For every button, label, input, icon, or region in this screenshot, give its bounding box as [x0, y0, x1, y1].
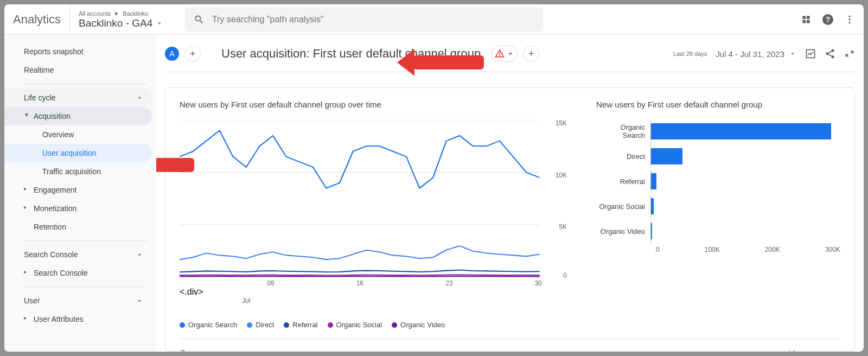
svg-point-8 [848, 22, 850, 23]
search-icon [180, 349, 188, 352]
caret-down-icon: ▼ [24, 112, 29, 118]
user-avatar[interactable]: A [165, 47, 179, 61]
add-comparison-button[interactable]: + [184, 46, 201, 62]
date-range-selector[interactable]: Jul 4 - Jul 31, 2023 [716, 49, 796, 59]
x-tick: 30 [535, 279, 542, 287]
x-tick: 23 [445, 279, 452, 287]
rows-per-page-label: Rows per page: [727, 349, 777, 352]
date-range-value: Jul 4 - Jul 31, 2023 [716, 49, 784, 59]
legend-dot-icon [247, 322, 252, 328]
sidebar-search-console-section[interactable]: Search Console [4, 245, 152, 264]
legend-dot-icon [284, 322, 289, 328]
table-search-input[interactable] [194, 349, 285, 352]
bar-label: Organic Search [596, 123, 650, 139]
caret-right-icon: ▸ [24, 186, 27, 192]
bar-chart-title: New users by First user default channel … [596, 100, 840, 109]
x-month: Jul [180, 297, 564, 304]
chevron-right-icon [113, 10, 120, 17]
annotation-arrow [397, 49, 489, 76]
rows-per-page-select[interactable]: 10 ▼ [784, 348, 808, 352]
more-vert-icon[interactable] [844, 14, 855, 25]
rows-per-page-value: 10 [788, 349, 795, 352]
sidebar-user-acquisition[interactable]: User acquisition [4, 144, 152, 162]
breadcrumb-property: Backlinko [123, 10, 148, 17]
bar-label: Referral [596, 177, 650, 186]
y-tick: 15K [556, 119, 567, 127]
data-quality-warning[interactable] [492, 46, 518, 62]
x-tick: 100K [705, 246, 720, 253]
sidebar-engagement-label: Engagement [34, 186, 76, 194]
svg-point-6 [848, 15, 850, 17]
insights-icon[interactable] [805, 48, 816, 59]
bar-row: Organic Video [596, 220, 840, 243]
chevron-up-icon [136, 251, 143, 258]
sidebar-user-section-label: User [24, 296, 40, 305]
share-icon[interactable] [825, 48, 835, 59]
x-tick: 09 [267, 279, 274, 287]
legend-dot-icon [392, 322, 397, 328]
svg-point-12 [832, 49, 834, 52]
analytics-logo[interactable]: Analytics [13, 4, 70, 34]
line-chart-legend: Organic Search Direct Referral Organic S… [180, 321, 564, 329]
sidebar-user-section[interactable]: User [4, 291, 152, 310]
sidebar-acquisition[interactable]: ▼ Acquisition [4, 107, 152, 125]
expand-icon[interactable] [844, 48, 855, 59]
bar [651, 173, 656, 189]
legend-dot-icon [328, 322, 333, 328]
svg-text:?: ? [826, 15, 831, 24]
bar-row: Referral [596, 170, 840, 193]
account-selector[interactable]: All accounts Backlinko Backlinko - GA4 [79, 10, 176, 29]
apps-icon[interactable] [801, 14, 812, 25]
chevron-up-icon [136, 94, 143, 101]
sidebar-life-cycle[interactable]: Life cycle [4, 88, 152, 107]
svg-point-10 [500, 55, 500, 56]
bar-row: Organic Search [596, 120, 840, 143]
legend-label: Organic Social [336, 321, 382, 329]
warning-triangle-icon [495, 49, 505, 59]
caret-down-icon: ▼ [800, 349, 807, 352]
bar-label: Direct [596, 152, 650, 161]
search-icon [194, 14, 205, 25]
sidebar-user-attributes-label: User Attributes [34, 315, 84, 323]
caret-down-icon [156, 20, 163, 27]
sidebar-overview[interactable]: Overview [4, 125, 152, 144]
divider [24, 287, 148, 287]
sidebar-realtime[interactable]: Realtime [4, 61, 152, 79]
legend-label: Referral [292, 321, 317, 329]
sidebar-acquisition-label: Acquisition [34, 112, 71, 120]
help-icon[interactable]: ? [821, 13, 834, 26]
sidebar-monetization-label: Monetization [34, 204, 76, 213]
caret-right-icon: ▸ [24, 269, 27, 275]
sidebar-user-attributes[interactable]: ▸ User Attributes [4, 310, 152, 328]
bar-chart: Organic SearchDirectReferralOrganic Soci… [596, 120, 840, 243]
caret-down-icon [507, 50, 514, 58]
divider [24, 84, 148, 84]
bar [651, 223, 652, 239]
sidebar-search-console-label: Search Console [34, 269, 88, 277]
svg-point-14 [832, 55, 834, 58]
sidebar: Reports snapshot Realtime Life cycle ▼ A… [4, 35, 156, 352]
svg-rect-2 [802, 20, 806, 23]
legend-label: Organic Search [188, 321, 237, 329]
sidebar-traffic-acquisition[interactable]: Traffic acquisition [4, 162, 152, 181]
breadcrumb-root: All accounts [79, 10, 111, 17]
sidebar-life-cycle-label: Life cycle [24, 93, 55, 102]
legend-dot-icon [180, 322, 185, 328]
search-box[interactable] [185, 7, 543, 32]
add-button[interactable]: + [523, 46, 539, 62]
sidebar-reports-snapshot[interactable]: Reports snapshot [4, 42, 152, 61]
sidebar-monetization[interactable]: ▸ Monetization [4, 199, 152, 218]
date-range-label: Last 28 days [673, 50, 707, 57]
svg-rect-3 [807, 20, 810, 23]
search-input[interactable] [212, 15, 534, 24]
line-chart: 15K 10K 5K 0 [180, 120, 564, 277]
pagination-range: 1-7 of 7 [816, 349, 840, 352]
x-tick: 200K [765, 246, 780, 253]
y-tick: 10K [556, 171, 567, 179]
sidebar-search-console[interactable]: ▸ Search Console [4, 264, 152, 282]
svg-point-13 [826, 53, 829, 55]
sidebar-engagement[interactable]: ▸ Engagement [4, 181, 152, 199]
sidebar-retention[interactable]: Retention [4, 218, 152, 236]
y-tick: 0 [563, 272, 567, 279]
caret-right-icon: ▸ [24, 204, 27, 210]
